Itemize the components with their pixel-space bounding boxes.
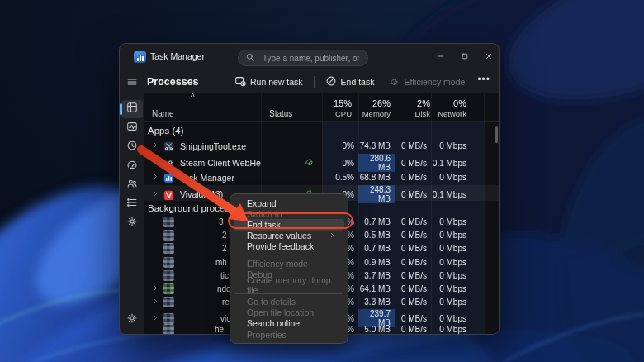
network-value: 0 Mbps xyxy=(439,173,484,182)
group-header[interactable]: Apps (4) xyxy=(144,122,500,138)
group-header-label: Apps (4) xyxy=(148,126,183,136)
desktop: Task Manager Processes Run new taskEnd t… xyxy=(0,0,644,362)
submenu-arrow-icon xyxy=(329,231,336,241)
redacted-process-name xyxy=(180,271,213,279)
sort-indicator[interactable]: ^ xyxy=(191,93,195,102)
disk-value: 0 MB/s xyxy=(401,141,431,150)
column-header-disk[interactable]: 2%Disk xyxy=(395,98,430,118)
network-value: 0 Mbps xyxy=(439,284,484,293)
memory-value-cell: 64.1 MB xyxy=(358,282,395,295)
disk-value-cell: 0 MB/s xyxy=(395,242,431,255)
process-name-fragment: 3 xyxy=(219,217,224,226)
memory-value-cell: 74.3 MB xyxy=(358,138,395,154)
sidebar-item-services[interactable] xyxy=(121,214,143,232)
disk-value-cell: 0 MB/s xyxy=(395,138,431,154)
menu-item-expand[interactable]: Expand xyxy=(234,198,344,208)
run-new-task-label: Run new task xyxy=(250,77,303,87)
menu-item-label: Efficiency mode xyxy=(247,259,308,269)
network-value: 0 Mbps xyxy=(439,271,484,280)
process-name-cell: Task Manager xyxy=(144,172,261,183)
search-input[interactable] xyxy=(261,53,361,64)
network-value-cell: 0 Mbps xyxy=(431,138,484,154)
network-value-cell: 0 Mbps xyxy=(431,322,484,335)
disk-value: 0 MB/s xyxy=(401,314,431,323)
process-row[interactable]: Steam Client WebHelper (7)0%280.6 MB0 MB… xyxy=(144,154,500,169)
disk-value: 0 MB/s xyxy=(401,173,431,182)
sidebar-item-app-history[interactable] xyxy=(121,138,143,156)
process-name-fragment: mh xyxy=(215,258,227,267)
column-header-network[interactable]: 0%Network xyxy=(431,98,466,118)
expand-chevron-icon[interactable] xyxy=(152,298,158,307)
network-value-cell: 0 Mbps xyxy=(431,242,484,255)
redacted-process-name xyxy=(180,326,207,334)
memory-value-cell: 0.7 MB xyxy=(358,242,395,255)
menu-item-search-online[interactable]: Search online xyxy=(234,318,344,329)
expand-chevron-icon[interactable] xyxy=(152,159,158,168)
process-row[interactable]: SnippingTool.exe0%74.3 MB0 MB/s0 Mbps xyxy=(144,138,500,154)
sidebar-item-settings[interactable] xyxy=(121,311,143,329)
expand-chevron-icon[interactable] xyxy=(152,190,158,199)
sidebar-item-users[interactable] xyxy=(121,176,143,194)
memory-value: 0.7 MB xyxy=(364,244,395,253)
end-task-icon xyxy=(325,75,337,88)
memory-value: 74.3 MB xyxy=(360,141,395,150)
redacted-process-name xyxy=(180,245,215,253)
menu-item-label: Properties xyxy=(247,330,286,340)
network-value: 0 Mbps xyxy=(439,314,484,323)
maximize-button[interactable] xyxy=(452,44,476,69)
services-icon xyxy=(126,216,138,231)
end-task-button[interactable]: End task xyxy=(320,73,381,91)
run-new-task-button[interactable]: Run new task xyxy=(229,73,309,91)
expand-chevron-icon[interactable] xyxy=(152,173,158,182)
redacted-process-name xyxy=(180,217,211,226)
performance-icon xyxy=(126,121,138,136)
expand-chevron-icon[interactable] xyxy=(152,141,158,150)
startup-icon xyxy=(126,159,138,174)
memory-value-cell: 3.3 MB xyxy=(358,296,395,309)
sidebar-item-details[interactable] xyxy=(121,195,143,213)
memory-value-cell: 0.7 MB xyxy=(358,215,395,228)
column-header-memory[interactable]: 26%Memory xyxy=(358,98,391,118)
network-value-cell: 0 Mbps xyxy=(431,169,484,185)
end-task-label: End task xyxy=(341,77,375,87)
search-box[interactable] xyxy=(238,50,368,66)
sidebar-item-performance[interactable] xyxy=(121,119,143,137)
process-row[interactable]: Task Manager0.5%68.8 MB0 MB/s0 Mbps xyxy=(144,169,500,185)
menu-item-label: Expand xyxy=(247,198,277,208)
column-header-name[interactable]: Name xyxy=(152,109,174,118)
redacted-process-name xyxy=(180,285,210,293)
vertical-scrollbar[interactable] xyxy=(495,126,498,143)
process-name: Task Manager xyxy=(180,173,234,183)
menu-item-go-to-details: Go to details xyxy=(234,297,344,307)
menu-separator xyxy=(235,255,343,255)
disk-value-cell: 0 MB/s xyxy=(395,185,431,203)
sidebar-item-startup-apps[interactable] xyxy=(121,157,143,175)
sidebar-item-menu[interactable] xyxy=(121,74,143,93)
close-button[interactable] xyxy=(476,44,500,69)
more-options-button[interactable]: ••• xyxy=(474,74,495,90)
minimize-button[interactable] xyxy=(429,44,452,69)
menu-item-label: Go to details xyxy=(247,297,296,307)
menu-item-resource-values[interactable]: Resource values xyxy=(234,231,344,241)
column-header-cpu[interactable]: 15%CPU xyxy=(261,98,352,118)
memory-value: 5.0 MB xyxy=(364,325,395,334)
vivaldi-icon xyxy=(163,189,174,200)
process-name-fragment: he xyxy=(215,325,224,334)
sidebar-item-processes[interactable] xyxy=(121,100,143,118)
menu-item-label: Create memory dump file xyxy=(247,275,336,295)
network-value: 0 Mbps xyxy=(439,325,484,334)
disk-value: 0 MB/s xyxy=(401,217,431,226)
menu-item-provide-feedback[interactable]: Provide feedback xyxy=(234,241,344,252)
network-value: 0.1 Mbps xyxy=(433,159,484,168)
disk-value-cell: 0 MB/s xyxy=(395,228,431,241)
toolbar-separator xyxy=(314,76,315,88)
memory-value-cell: 3.7 MB xyxy=(358,269,395,282)
menu-item-label: Resource values xyxy=(247,231,311,241)
menu-item-label: Search online xyxy=(247,318,300,328)
efficiency-leaf-icon xyxy=(304,155,315,170)
expand-chevron-icon[interactable] xyxy=(152,314,158,323)
task-manager-app-icon xyxy=(134,51,146,63)
expand-chevron-icon[interactable] xyxy=(152,284,158,293)
redacted-process-icon xyxy=(163,297,174,307)
redacted-process-icon xyxy=(163,257,174,268)
